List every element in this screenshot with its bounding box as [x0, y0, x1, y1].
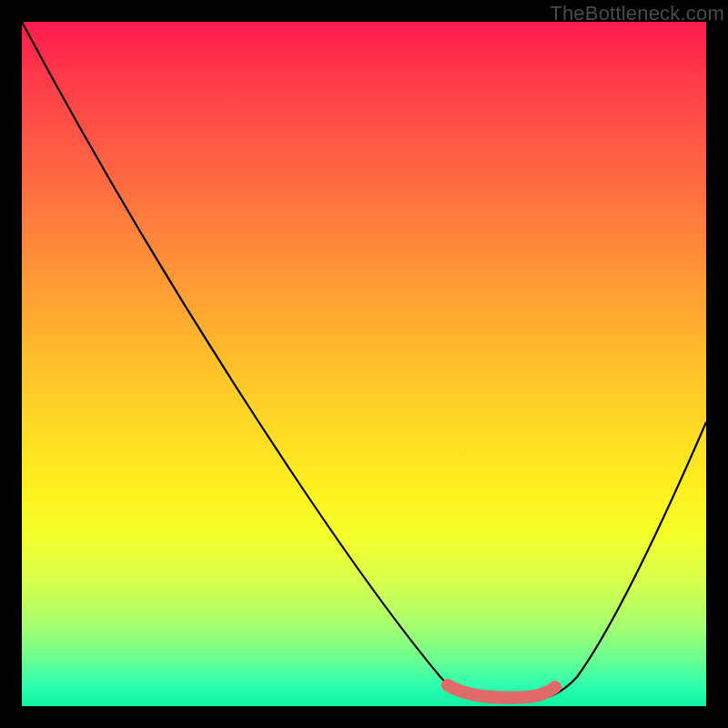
attribution-text: TheBottleneck.com	[550, 2, 724, 25]
optimal-range-marker	[448, 685, 555, 698]
bottleneck-curve	[22, 22, 706, 702]
plot-area	[22, 22, 706, 706]
curve-svg	[22, 22, 706, 706]
